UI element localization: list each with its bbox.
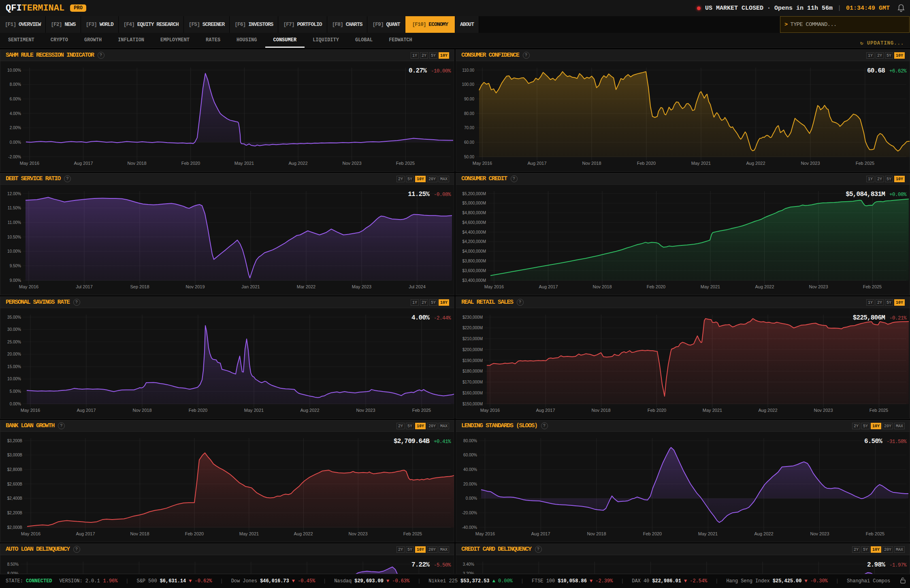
svg-text:May 2016: May 2016 [21,531,40,536]
svg-text:Jul 2024: Jul 2024 [409,284,426,289]
svg-text:-40.00%: -40.00% [462,525,477,530]
svg-text:+0.41%: +0.41% [434,439,451,445]
svg-text:$3,400,000M: $3,400,000M [462,278,486,283]
svg-text:6.00%: 6.00% [10,97,21,101]
svg-text:10.00%: 10.00% [7,377,21,381]
svg-text:Nov 2018: Nov 2018 [587,531,606,536]
svg-text:May 2016: May 2016 [21,408,40,413]
svg-text:$5,084,831M: $5,084,831M [846,191,885,198]
svg-text:Jul 2017: Jul 2017 [76,284,93,289]
svg-text:$225,806M: $225,806M [853,314,885,322]
svg-text:$3,800,000M: $3,800,000M [462,259,486,263]
svg-text:May 2021: May 2021 [239,531,259,536]
svg-text:$3,600,000M: $3,600,000M [462,268,486,273]
svg-text:May 2021: May 2021 [703,408,722,413]
svg-text:Feb 2025: Feb 2025 [412,408,431,413]
svg-text:$5,200,000M: $5,200,000M [462,192,486,196]
svg-text:Nov 2023: Nov 2023 [348,531,367,536]
svg-text:Feb 2020: Feb 2020 [185,531,204,536]
svg-text:Aug 2022: Aug 2022 [288,161,307,166]
svg-text:$190,000M: $190,000M [462,358,483,363]
svg-text:8.50%: 8.50% [7,562,19,567]
svg-text:$2,400B: $2,400B [7,496,23,501]
svg-text:May 2021: May 2021 [244,408,264,413]
svg-text:Aug 2022: Aug 2022 [754,531,773,536]
svg-text:60.00: 60.00 [464,140,474,145]
svg-text:Aug 2017: Aug 2017 [77,408,96,413]
svg-text:4.00%: 4.00% [411,314,430,322]
svg-text:7.22%: 7.22% [411,561,430,569]
svg-text:Aug 2022: Aug 2022 [300,408,319,413]
svg-text:$150,000M: $150,000M [462,402,483,406]
svg-text:Feb 2020: Feb 2020 [647,284,665,289]
svg-text:40.00%: 40.00% [463,467,477,472]
svg-text:6.50%: 6.50% [864,438,882,445]
svg-text:5.00%: 5.00% [10,389,21,394]
svg-text:$5,000,000M: $5,000,000M [462,201,486,205]
svg-text:0.00%: 0.00% [466,496,477,501]
svg-text:Aug 2022: Aug 2022 [746,161,765,166]
svg-text:-20.00%: -20.00% [462,511,477,515]
svg-text:11.50%: 11.50% [8,206,21,210]
svg-text:-0.08%: -0.08% [434,192,451,198]
svg-text:60.68: 60.68 [867,67,885,75]
svg-text:May 2016: May 2016 [475,531,495,536]
svg-text:Aug 2017: Aug 2017 [539,284,558,289]
svg-text:25.00%: 25.00% [7,340,21,344]
svg-text:Nov 2023: Nov 2023 [342,161,361,166]
svg-text:15.00%: 15.00% [7,364,21,369]
svg-text:$4,000,000M: $4,000,000M [462,249,486,254]
svg-text:$220,000M: $220,000M [462,326,483,330]
svg-text:Nov 2018: Nov 2018 [591,408,610,413]
svg-text:Nov 2023: Nov 2023 [356,408,375,413]
svg-text:11.00%: 11.00% [8,220,21,225]
svg-text:10.00%: 10.00% [7,249,21,254]
svg-text:$160,000M: $160,000M [462,391,483,395]
svg-text:Feb 2025: Feb 2025 [856,161,874,166]
svg-text:-2.00%: -2.00% [8,155,21,159]
svg-text:Feb 2020: Feb 2020 [189,408,207,413]
svg-text:Nov 2018: Nov 2018 [582,161,601,166]
svg-text:$210,000M: $210,000M [462,337,483,341]
svg-text:20.00%: 20.00% [7,352,21,356]
svg-text:Feb 2025: Feb 2025 [403,531,422,536]
svg-text:Aug 2017: Aug 2017 [536,408,555,413]
svg-text:2.00%: 2.00% [10,126,21,130]
svg-text:35.00%: 35.00% [7,315,21,320]
svg-text:$2,000B: $2,000B [7,525,23,530]
svg-text:$2,600B: $2,600B [7,482,23,486]
svg-text:$4,800,000M: $4,800,000M [462,211,486,215]
svg-text:Aug 2022: Aug 2022 [294,531,313,536]
svg-text:80.00%: 80.00% [463,439,477,443]
svg-text:70.00: 70.00 [464,126,474,130]
svg-text:$2,800B: $2,800B [7,467,23,472]
svg-text:Nov 2018: Nov 2018 [132,408,151,413]
svg-text:May 2016: May 2016 [473,161,492,166]
svg-text:0.00%: 0.00% [10,402,21,406]
svg-text:May 2023: May 2023 [352,284,371,289]
svg-text:60.00%: 60.00% [463,453,477,457]
svg-text:4.00%: 4.00% [10,111,21,116]
svg-text:Aug 2017: Aug 2017 [74,161,93,166]
svg-text:-5.50%: -5.50% [434,562,451,568]
svg-text:Nov 2023: Nov 2023 [810,531,829,536]
svg-text:May 2021: May 2021 [234,161,254,166]
svg-text:May 2021: May 2021 [698,531,718,536]
svg-text:110.00: 110.00 [462,68,474,72]
svg-text:Feb 2020: Feb 2020 [637,161,656,166]
svg-text:50.00: 50.00 [464,155,474,159]
svg-text:$2,200B: $2,200B [7,511,23,515]
svg-text:-1.97%: -1.97% [889,562,907,568]
svg-text:30.00%: 30.00% [7,327,21,332]
svg-text:Nov 2018: Nov 2018 [130,531,149,536]
svg-text:Nov 2023: Nov 2023 [814,408,833,413]
svg-text:0.27%: 0.27% [409,67,427,75]
svg-text:-10.00%: -10.00% [431,68,451,74]
svg-text:Aug 2022: Aug 2022 [758,408,777,413]
svg-text:2.98%: 2.98% [867,561,885,569]
svg-text:3.40%: 3.40% [463,562,474,567]
svg-text:+0.08%: +0.08% [889,192,907,198]
svg-text:100.00: 100.00 [462,82,474,87]
svg-text:$4,400,000M: $4,400,000M [462,230,486,234]
svg-text:0.00%: 0.00% [10,140,21,145]
